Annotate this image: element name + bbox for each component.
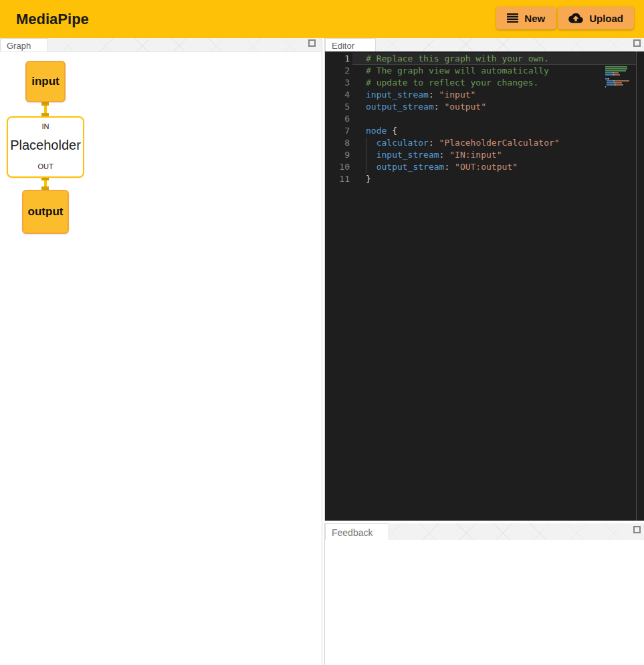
editor-panel: Editor 1# Replace this graph with your o… xyxy=(324,38,644,521)
line-number: 5 xyxy=(325,101,350,113)
output-stream-node[interactable]: output xyxy=(22,190,69,234)
out-port-label: OUT xyxy=(8,162,83,170)
app-title: MediaPipe xyxy=(16,11,89,28)
feedback-panel: Feedback xyxy=(324,523,644,665)
line-number: 6 xyxy=(325,113,350,125)
upload-button[interactable]: Upload xyxy=(558,7,634,29)
tab-graph-label: Graph xyxy=(7,41,31,51)
graph-panel-tabbar: Graph xyxy=(0,38,322,51)
code-line: 2# The graph view will automatically xyxy=(325,65,644,77)
code-text: output_stream: "output" xyxy=(366,101,486,113)
code-text: # The graph view will automatically xyxy=(366,65,549,77)
code-line: 1# Replace this graph with your own. xyxy=(325,53,644,65)
line-number: 8 xyxy=(325,137,350,149)
feedback-maximize-icon[interactable] xyxy=(633,526,641,533)
graph-canvas[interactable]: input IN Placeholder OUT output xyxy=(0,51,322,665)
input-stream-node[interactable]: input xyxy=(25,61,66,102)
code-text: # update to reflect your changes. xyxy=(366,77,538,89)
line-number: 2 xyxy=(325,65,350,77)
cloud-upload-icon xyxy=(568,12,583,24)
tab-feedback[interactable]: Feedback xyxy=(325,523,389,541)
line-number: 4 xyxy=(325,89,350,101)
code-line: 10 output_stream: "OUT:output" xyxy=(325,161,644,173)
code-line: 9 input_stream: "IN:input" xyxy=(325,149,644,161)
code-text: } xyxy=(366,173,371,185)
graph-maximize-icon[interactable] xyxy=(308,39,316,47)
input-node-label: input xyxy=(31,75,60,88)
code-text: input_stream: "input" xyxy=(366,89,475,101)
code-area[interactable]: 1# Replace this graph with your own.2# T… xyxy=(325,53,644,185)
editor-minimap[interactable] xyxy=(605,66,632,88)
code-line: 3# update to reflect your changes. xyxy=(325,77,644,89)
line-number: 7 xyxy=(325,125,350,137)
tab-feedback-label: Feedback xyxy=(332,527,372,538)
code-line: 6 xyxy=(325,113,644,125)
code-text: output_stream: "OUT:output" xyxy=(366,161,518,173)
tab-editor-label: Editor xyxy=(332,41,354,51)
code-line: 4input_stream: "input" xyxy=(325,89,644,101)
code-line: 7node { xyxy=(325,125,644,137)
line-number: 10 xyxy=(325,161,350,173)
code-text: calculator: "PlaceholderCalculator" xyxy=(366,137,560,149)
reorder-icon xyxy=(507,13,518,23)
graph-panel: Graph input IN Placeholder OUT output xyxy=(0,38,322,665)
code-text: # Replace this graph with your own. xyxy=(366,53,549,65)
new-button-label: New xyxy=(524,13,545,24)
in-port-label: IN xyxy=(8,122,83,130)
editor-panel-tabbar: Editor xyxy=(325,38,644,51)
code-text: input_stream: "IN:input" xyxy=(366,149,502,161)
output-node-label: output xyxy=(28,205,64,219)
header-actions: New Upload xyxy=(496,7,634,29)
line-number: 1 xyxy=(325,53,350,65)
code-text: node { xyxy=(366,125,397,137)
code-line: 8 calculator: "PlaceholderCalculator" xyxy=(325,137,644,149)
line-number: 9 xyxy=(325,149,350,161)
app-header: MediaPipe New Upload xyxy=(0,0,644,38)
code-line: 5output_stream: "output" xyxy=(325,101,644,113)
overview-ruler xyxy=(636,51,637,521)
new-button[interactable]: New xyxy=(496,7,556,29)
code-line: 11} xyxy=(325,173,644,185)
feedback-content xyxy=(325,540,644,665)
code-editor[interactable]: 1# Replace this graph with your own.2# T… xyxy=(325,51,644,521)
tab-editor[interactable]: Editor xyxy=(325,38,376,52)
upload-button-label: Upload xyxy=(589,13,623,24)
tab-graph[interactable]: Graph xyxy=(0,38,48,52)
line-number: 11 xyxy=(325,173,350,185)
placeholder-calculator-node[interactable]: IN Placeholder OUT xyxy=(7,116,84,178)
feedback-panel-tabbar: Feedback xyxy=(325,523,644,540)
placeholder-node-label: Placeholder xyxy=(8,138,83,153)
editor-maximize-icon[interactable] xyxy=(633,39,641,47)
line-number: 3 xyxy=(325,77,350,89)
